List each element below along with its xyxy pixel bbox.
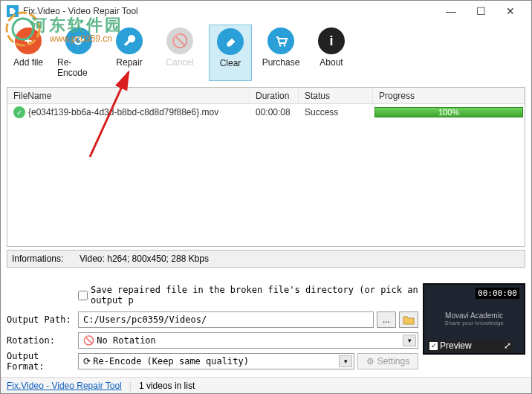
preview-panel[interactable]: 00:00:00 Movavi Academic Share your know…: [423, 283, 525, 355]
info-bar: Informations: Video: h264; 800x450; 288 …: [7, 250, 525, 268]
preview-title: Movavi Academic: [445, 311, 503, 320]
cancel-label: Cancel: [166, 57, 193, 68]
clear-button[interactable]: Clear: [209, 25, 252, 81]
close-button[interactable]: ✕: [496, 1, 525, 22]
col-status[interactable]: Status: [299, 88, 373, 103]
preview-subtitle: Share your knowledge: [444, 320, 504, 326]
save-in-place-label: Save repaired file in the broken file's …: [91, 285, 418, 306]
col-duration[interactable]: Duration: [250, 88, 299, 103]
chevron-down-icon: ▾: [403, 335, 416, 346]
file-list: FileName Duration Status Progress ✓{e034…: [7, 87, 525, 247]
check-icon: ✓: [13, 106, 25, 118]
wrench-icon: [116, 28, 143, 54]
cancel-button: 🚫 Cancel: [158, 25, 201, 81]
minimize-button[interactable]: —: [436, 1, 466, 22]
about-button[interactable]: i About: [310, 25, 353, 81]
preview-time: 00:00:00: [476, 288, 519, 299]
output-format-value: Re-Encode (Keep same quality): [93, 356, 249, 366]
cell-filename: {e034f139-bb6a-4d3d-b8bd-c8d8d79f88e6}.m…: [28, 107, 218, 117]
output-format-label: Output Format:: [7, 351, 78, 372]
progress-bar: 100%: [374, 107, 523, 117]
cell-status: Success: [299, 104, 373, 120]
titlebar: Fix.Video - Video Repair Tool — ☐ ✕: [1, 1, 531, 22]
cancel-icon: 🚫: [166, 28, 193, 54]
expand-icon[interactable]: ⤢: [504, 340, 511, 351]
window-title: Fix.Video - Video Repair Tool: [23, 6, 436, 16]
svg-point-5: [284, 45, 286, 47]
output-format-select[interactable]: ⟳ Re-Encode (Keep same quality) ▾: [78, 353, 354, 369]
cell-duration: 00:00:08: [250, 104, 299, 120]
status-count: 1 videos in list: [139, 381, 195, 391]
repair-button[interactable]: Repair: [108, 25, 151, 81]
settings-label: Settings: [377, 356, 409, 366]
re-encode-button[interactable]: ⟳ Re-Encode: [57, 25, 100, 81]
refresh-icon: ⟳: [65, 28, 92, 54]
clear-label: Clear: [220, 58, 241, 68]
repair-label: Repair: [116, 57, 142, 68]
col-progress[interactable]: Progress: [373, 88, 525, 103]
info-label: Informations:: [12, 253, 63, 264]
open-folder-button[interactable]: [399, 311, 418, 328]
rotation-value: No Rotation: [97, 335, 155, 346]
re-encode-label: Re-Encode: [57, 57, 100, 78]
toolbar: + Add file ⟳ Re-Encode Repair 🚫 Cancel C…: [1, 22, 531, 83]
table-row[interactable]: ✓{e034f139-bb6a-4d3d-b8bd-c8d8d79f88e6}.…: [7, 104, 525, 120]
bottom-panel: Save repaired file in the broken file's …: [1, 279, 531, 377]
purchase-label: Purchase: [262, 57, 300, 68]
purchase-button[interactable]: Purchase: [259, 25, 302, 81]
rotation-select[interactable]: 🚫 No Rotation ▾: [78, 332, 418, 349]
folder-icon: [403, 314, 415, 325]
no-rotation-icon: 🚫: [83, 335, 94, 346]
preview-checkbox[interactable]: ✓ Preview ⤢: [427, 340, 513, 352]
preview-check-label: Preview: [440, 340, 472, 351]
rotation-label: Rotation:: [7, 335, 78, 346]
gear-icon: ⚙: [366, 356, 374, 366]
info-icon: i: [318, 28, 345, 54]
about-label: About: [319, 57, 343, 68]
output-path-field[interactable]: C:/Users/pc0359/Videos/: [78, 311, 374, 328]
status-link[interactable]: Fix.Video - Video Repair Tool: [7, 381, 122, 391]
maximize-button[interactable]: ☐: [466, 1, 496, 22]
status-bar: Fix.Video - Video Repair Tool | 1 videos…: [1, 377, 531, 393]
add-file-button[interactable]: + Add file: [7, 25, 50, 81]
add-file-label: Add file: [13, 57, 43, 68]
save-in-place-checkbox[interactable]: [78, 291, 88, 300]
refresh-small-icon: ⟳: [83, 356, 91, 366]
info-value: Video: h264; 800x450; 288 Kbps: [80, 253, 209, 264]
plus-icon: +: [15, 28, 42, 54]
col-filename[interactable]: FileName: [7, 88, 250, 103]
app-icon: [7, 5, 19, 17]
eraser-icon: [217, 28, 244, 55]
output-path-value: C:/Users/pc0359/Videos/: [83, 314, 207, 325]
check-icon: ✓: [429, 342, 438, 350]
output-path-label: Output Path:: [7, 314, 78, 325]
svg-point-4: [279, 45, 282, 47]
chevron-down-icon: ▾: [339, 355, 352, 367]
settings-button: ⚙Settings: [357, 353, 418, 369]
list-header: FileName Duration Status Progress: [7, 88, 525, 104]
browse-button[interactable]: ...: [377, 311, 396, 328]
cart-icon: [267, 28, 294, 54]
